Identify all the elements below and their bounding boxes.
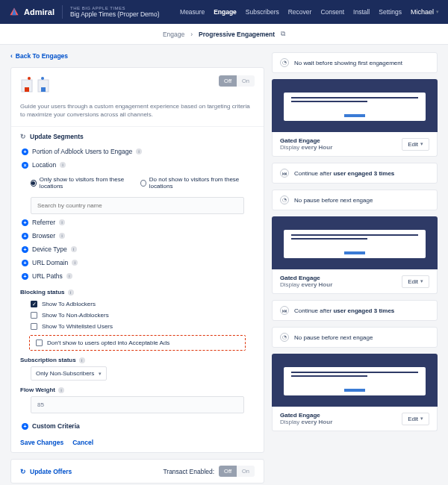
primary-nav: Measure Engage Subscribers Recover Conse… [180,8,439,16]
chk-whitelisted[interactable]: Show To Whitelisted Users [20,321,255,332]
chevron-down-icon: ▾ [99,371,102,377]
row-url-paths[interactable]: + URL Paths i [20,269,255,283]
nav-install[interactable]: Install [353,8,370,16]
blocking-status-label: Blocking status i [20,289,255,295]
pill-continue-1[interactable]: ⏭ Continue after user engaged 3 times [272,163,438,184]
pill-no-wait[interactable]: ◔ No wait before showing first engagemen… [272,52,438,73]
add-icon: + [22,246,28,253]
engage-preview[interactable] [272,79,438,134]
info-icon[interactable]: i [58,387,64,393]
row-custom-criteria[interactable]: + Custom Criteria [20,419,255,433]
info-icon[interactable]: i [59,233,65,239]
engage-block-3: Gated Engage Display every Hour Edit ▾ [272,354,438,431]
edit-button[interactable]: Edit ▾ [402,138,429,151]
skip-icon: ⏭ [280,169,289,178]
engage-title: Gated Engage [280,137,332,144]
transact-toggle[interactable]: Off On [219,466,255,477]
engage-title: Gated Engage [280,412,332,419]
divider [62,5,63,19]
engage-block-1: Gated Engage Display every Hour Edit ▾ [272,79,438,157]
row-location[interactable]: × Location i [20,158,255,172]
pill-nopause-2[interactable]: ◔ No pause before next engage [272,327,438,348]
brand: Admiral [9,7,55,17]
engagement-illustration [20,75,50,96]
info-icon[interactable]: i [59,219,65,225]
checkbox-icon: ✓ [31,301,37,307]
breadcrumb-parent[interactable]: Engage [163,31,184,38]
user-menu[interactable]: Michael ▾ [411,8,439,16]
checkbox-icon [31,323,37,330]
engage-title: Gated Engage [280,275,332,281]
location-radios: Only show to visitors from these locatio… [20,173,255,193]
chevron-down-icon: ▾ [420,278,423,284]
row-url-domain[interactable]: + URL Domain i [20,256,255,269]
page-body: ‹ Back To Engages Off On Guide your user… [0,45,448,485]
edit-button[interactable]: Edit ▾ [402,275,429,288]
cancel-button[interactable]: Cancel [72,439,93,446]
info-icon[interactable]: i [60,162,66,168]
segment-actions: Save Changes Cancel [20,433,255,446]
nav-recover[interactable]: Recover [288,8,312,16]
radio-do-not-show[interactable]: Do not show to visitors from these locat… [140,176,244,190]
row-device[interactable]: + Device Type i [20,242,255,256]
add-icon: + [22,148,28,155]
back-link[interactable]: ‹ Back To Engages [10,52,264,60]
nav-settings[interactable]: Settings [379,8,402,16]
row-portion[interactable]: + Portion of Adblock Users to Engage i [20,145,255,158]
info-icon[interactable]: i [79,357,85,363]
intro-text: Guide your users through a custom engage… [20,102,255,119]
external-link-icon[interactable]: ⧉ [281,30,285,38]
pill-nopause-1[interactable]: ◔ No pause before next engage [272,190,438,210]
engage-preview[interactable] [272,216,438,272]
chk-adblockers[interactable]: ✓ Show To Adblockers [20,298,255,310]
info-icon[interactable]: i [136,148,142,154]
info-icon[interactable]: i [71,246,77,252]
site-meta[interactable]: THE BIG APPLE TIMES Big Apple Times (Pro… [70,6,160,18]
brand-name: Admiral [24,7,55,16]
right-column: ◔ No wait before showing first engagemen… [272,52,438,484]
row-browser[interactable]: + Browser i [20,229,255,242]
checkbox-icon [31,312,37,319]
chk-non-adblockers[interactable]: Show To Non-Adblockers [20,310,255,321]
info-icon[interactable]: i [72,260,78,266]
country-search-input[interactable] [31,197,244,214]
radio-only-show[interactable]: Only show to visitors from these locatio… [31,176,130,190]
nav-subscribers[interactable]: Subscribers [246,8,279,16]
nav-measure[interactable]: Measure [180,8,205,16]
subscription-select[interactable]: Only Non-Subscribers ▾ [31,366,107,381]
add-icon: + [22,219,28,226]
checkbox-icon [36,340,43,346]
save-button[interactable]: Save Changes [20,439,63,446]
add-icon: + [22,273,28,280]
offers-card: ↻ Update Offers Transact Enabled: Off On [10,459,264,484]
info-icon[interactable]: i [68,290,74,295]
admiral-logo-icon [9,7,19,17]
clock-icon: ◔ [280,195,289,204]
chk-acceptable-ads[interactable]: Don't show to users opted into Acceptabl… [29,335,246,351]
clock-icon: ◔ [280,58,289,67]
add-icon: + [22,260,28,266]
breadcrumb-current: Progressive Engagement [199,31,275,38]
breadcrumb-bar: Engage › Progressive Engagement ⧉ [0,24,448,45]
transact-label: Transact Enabled: [163,468,214,475]
left-column: ‹ Back To Engages Off On Guide your user… [10,52,264,484]
pill-continue-2[interactable]: ⏭ Continue after user engaged 3 times [272,300,438,321]
flow-weight-input[interactable] [31,396,244,413]
engage-preview[interactable] [272,354,438,409]
update-offers-header[interactable]: ↻ Update Offers [20,468,72,475]
toggle-on: On [237,75,255,87]
edit-button[interactable]: Edit ▾ [402,413,429,425]
row-referrer[interactable]: + Referrer i [20,216,255,229]
update-segments-section: ↻ Update Segments + Portion of Adblock U… [11,126,264,452]
add-icon: + [22,233,28,240]
breadcrumb-sep: › [190,31,193,38]
info-icon[interactable]: i [66,273,72,279]
chevron-left-icon: ‹ [10,52,13,60]
nav-engage[interactable]: Engage [214,8,237,16]
skip-icon: ⏭ [280,306,289,315]
nav-consent[interactable]: Consent [320,8,344,16]
flow-weight-label: Flow Weight i [20,387,255,393]
enable-toggle[interactable]: Off On [219,75,255,87]
chevron-down-icon: ▾ [436,9,439,15]
segments-header[interactable]: ↻ Update Segments [20,133,255,140]
